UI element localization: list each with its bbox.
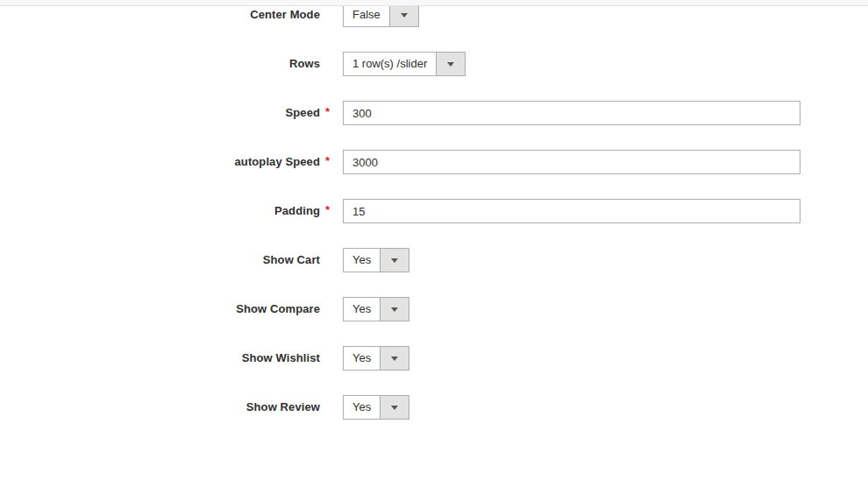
show-compare-label: Show Compare — [0, 297, 320, 321]
settings-form: Center Mode False Rows 1 row(s) /slider … — [0, 3, 868, 444]
show-review-select[interactable]: Yes — [343, 395, 409, 420]
chevron-down-icon — [380, 298, 409, 321]
required-asterisk: * — [320, 101, 343, 125]
rows-select[interactable]: 1 row(s) /slider — [343, 52, 466, 76]
spacer — [320, 3, 343, 27]
chevron-down-icon — [389, 4, 418, 26]
spacer — [320, 297, 343, 321]
center-mode-label: Center Mode — [0, 3, 320, 27]
show-cart-label: Show Cart — [0, 248, 320, 272]
spacer — [320, 395, 343, 420]
row-rows: Rows 1 row(s) /slider — [0, 52, 868, 76]
field-cell: 1 row(s) /slider — [343, 52, 868, 76]
show-review-label: Show Review — [0, 395, 320, 420]
row-show-compare: Show Compare Yes — [0, 297, 868, 321]
chevron-down-icon — [436, 53, 465, 75]
rows-label: Rows — [0, 52, 320, 76]
row-autoplay-speed: autoplay Speed * — [0, 150, 868, 174]
select-value: Yes — [344, 298, 380, 321]
speed-input[interactable] — [343, 101, 800, 125]
spacer — [320, 248, 343, 272]
select-value: Yes — [344, 347, 380, 370]
chevron-down-icon — [380, 249, 409, 272]
row-speed: Speed * — [0, 101, 868, 125]
select-value: Yes — [344, 396, 380, 419]
show-cart-select[interactable]: Yes — [343, 248, 409, 272]
field-cell: Yes — [343, 395, 868, 420]
padding-label: Padding — [0, 199, 320, 223]
row-show-wishlist: Show Wishlist Yes — [0, 346, 868, 371]
show-wishlist-select[interactable]: Yes — [343, 346, 409, 371]
spacer — [320, 52, 343, 76]
speed-label: Speed — [0, 101, 320, 125]
autoplay-speed-input[interactable] — [343, 150, 800, 174]
spacer — [320, 346, 343, 371]
chevron-down-icon — [380, 396, 409, 419]
row-show-review: Show Review Yes — [0, 395, 868, 420]
required-asterisk: * — [320, 199, 343, 223]
select-value: Yes — [344, 249, 380, 272]
field-cell: Yes — [343, 297, 868, 321]
chevron-down-icon — [380, 347, 409, 370]
field-cell: False — [343, 3, 868, 27]
row-padding: Padding * — [0, 199, 868, 223]
autoplay-speed-label: autoplay Speed — [0, 150, 320, 174]
padding-input[interactable] — [343, 199, 800, 223]
top-divider — [0, 0, 868, 6]
field-cell: Yes — [343, 248, 868, 272]
required-asterisk: * — [320, 150, 343, 174]
field-cell — [343, 150, 868, 174]
center-mode-select[interactable]: False — [343, 3, 419, 27]
field-cell — [343, 199, 868, 223]
select-value: 1 row(s) /slider — [344, 53, 436, 75]
select-value: False — [344, 4, 389, 26]
show-compare-select[interactable]: Yes — [343, 297, 409, 321]
field-cell: Yes — [343, 346, 868, 371]
field-cell — [343, 101, 868, 125]
row-center-mode: Center Mode False — [0, 3, 868, 27]
row-show-cart: Show Cart Yes — [0, 248, 868, 272]
show-wishlist-label: Show Wishlist — [0, 346, 320, 371]
